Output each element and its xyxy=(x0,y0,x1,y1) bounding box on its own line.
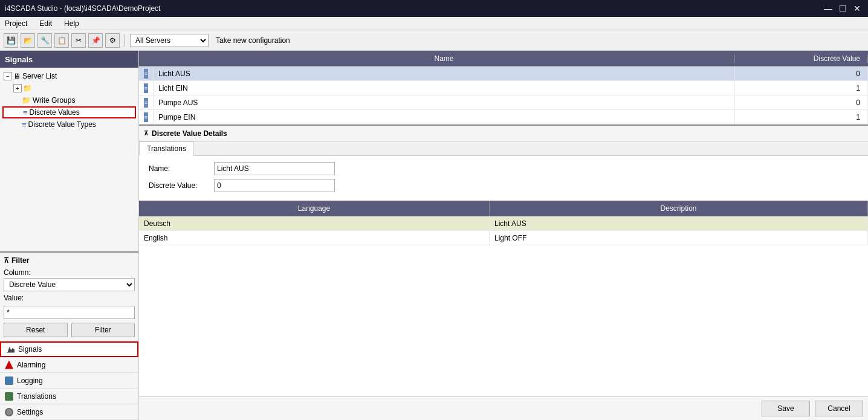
trans-row-1[interactable]: English Light OFF xyxy=(139,231,868,245)
grid-cell-name-2: Pumpe AUS xyxy=(154,95,735,109)
row-icon-0: ≡ xyxy=(144,69,148,79)
log-icon xyxy=(5,376,13,385)
main-content: Name Discrete Value ≡ Licht AUS 0 ≡ Lich… xyxy=(139,51,868,420)
tree-icon-dv-types: ≡ xyxy=(22,120,27,129)
reset-button[interactable]: Reset xyxy=(4,323,68,337)
tree-label-write-groups: Write Groups xyxy=(33,96,75,105)
filter-button[interactable]: Filter xyxy=(71,323,135,337)
toolbar-sep xyxy=(125,34,125,47)
grid-header-value: Discrete Value xyxy=(735,54,868,63)
main-layout: Signals − 🖥 Server List + 📁 📁 Wri xyxy=(0,51,868,420)
cancel-button[interactable]: Cancel xyxy=(815,401,863,416)
window-controls: — ☐ ✕ xyxy=(822,2,863,15)
tree-expander-0[interactable]: − xyxy=(4,72,12,80)
details-title: Discrete Value Details xyxy=(152,129,227,138)
grid-row-0[interactable]: ≡ Licht AUS 0 xyxy=(139,66,868,81)
tree-label: Server List xyxy=(22,72,57,80)
menu-help[interactable]: Help xyxy=(62,18,82,29)
filter-arrow: ⊼ xyxy=(4,256,9,265)
grid-header: Name Discrete Value xyxy=(139,51,868,66)
trans-cell-lang-1: English xyxy=(139,231,490,245)
toolbar-btn-7[interactable]: ⚙ xyxy=(105,33,120,48)
nav-item-translations[interactable]: Translations xyxy=(0,389,138,404)
left-panel: Signals − 🖥 Server List + 📁 📁 Wri xyxy=(0,51,139,420)
toolbar-btn-6[interactable]: 📌 xyxy=(88,33,103,48)
form-row-name: Name: xyxy=(149,162,858,175)
grid-row-2[interactable]: ≡ Pumpe AUS 0 xyxy=(139,95,868,110)
details-header: ⊼ Discrete Value Details xyxy=(139,126,868,141)
tree-item-server-list[interactable]: − 🖥 Server List xyxy=(2,70,136,82)
grid-cell-name-0: Licht AUS xyxy=(154,66,735,80)
discrete-value-input[interactable] xyxy=(214,179,335,192)
row-icon-3: ≡ xyxy=(144,112,148,122)
app-title: i4SCADA Studio - (local)\i4SCADA\DemoPro… xyxy=(5,4,160,13)
row-icon-1: ≡ xyxy=(144,83,148,93)
trans-cell-lang-0: Deutsch xyxy=(139,216,490,230)
grid-cell-icon-3: ≡ xyxy=(139,110,154,124)
server-combo[interactable]: All Servers xyxy=(130,34,209,47)
trans-cell-desc-0: Licht AUS xyxy=(490,216,868,230)
nav-item-alarming[interactable]: Alarming xyxy=(0,357,138,373)
tree-icon-folder2: 📁 xyxy=(22,96,31,105)
grid-cell-value-1: 1 xyxy=(735,81,868,95)
toolbar-btn-2[interactable]: 📂 xyxy=(21,33,35,48)
grid-cell-icon-2: ≡ xyxy=(139,95,154,109)
trans-row-0[interactable]: Deutsch Licht AUS xyxy=(139,216,868,231)
grid-header-name: Name xyxy=(154,54,735,63)
grid-body: ≡ Licht AUS 0 ≡ Licht EIN 1 ≡ Pumpe AUS … xyxy=(139,66,868,124)
column-combo-wrapper: Name Discrete Value xyxy=(4,278,135,291)
tab-translations[interactable]: Translations xyxy=(139,141,194,156)
tree-item-sub[interactable]: + 📁 xyxy=(2,82,136,94)
grid-row-1[interactable]: ≡ Licht EIN 1 xyxy=(139,81,868,95)
maximize-button[interactable]: ☐ xyxy=(837,2,849,15)
tabs-bar: Translations xyxy=(139,141,868,156)
tree-area: − 🖥 Server List + 📁 📁 Write Groups xyxy=(0,68,138,251)
grid-cell-name-1: Licht EIN xyxy=(154,81,735,95)
bottom-bar: Save Cancel xyxy=(139,396,868,420)
toolbar-btn-3[interactable]: 🔧 xyxy=(37,33,52,48)
close-button[interactable]: ✕ xyxy=(851,2,863,15)
tree-expander-1[interactable]: + xyxy=(13,84,22,92)
nav-item-signals[interactable]: Signals xyxy=(0,341,138,357)
title-bar: i4SCADA Studio - (local)\i4SCADA\DemoPro… xyxy=(0,0,868,17)
tree-icon-dv: ≡ xyxy=(23,108,28,117)
column-combo[interactable]: Name Discrete Value xyxy=(4,278,135,291)
nav-item-logging[interactable]: Logging xyxy=(0,373,138,389)
toolbar-btn-5[interactable]: ✂ xyxy=(71,33,86,48)
grid-cell-value-0: 0 xyxy=(735,66,868,80)
tree-item-write-groups[interactable]: 📁 Write Groups xyxy=(2,94,136,106)
nav-label-alarming: Alarming xyxy=(17,361,45,369)
alarm-icon xyxy=(5,361,13,369)
grid-cell-name-3: Pumpe EIN xyxy=(154,110,735,124)
filter-header: ⊼ Filter xyxy=(4,256,135,265)
signals-icon xyxy=(6,345,15,354)
value-input[interactable] xyxy=(4,306,135,319)
grid-cell-value-2: 0 xyxy=(735,95,868,109)
translations-grid: Language Description Deutsch Licht AUS E… xyxy=(139,201,868,245)
details-section: ⊼ Discrete Value Details Translations Na… xyxy=(139,124,868,396)
panel-header: Signals xyxy=(0,51,138,68)
toolbar-btn-1[interactable]: 💾 xyxy=(4,33,18,48)
toolbar: 💾 📂 🔧 📋 ✂ 📌 ⚙ All Servers Take new confi… xyxy=(0,30,868,51)
tree-label-dv-types: Discrete Value Types xyxy=(28,120,96,129)
trans-header-description: Description xyxy=(490,201,868,216)
tree-item-dv-types[interactable]: ≡ Discrete Value Types xyxy=(2,118,136,131)
menu-edit[interactable]: Edit xyxy=(37,18,54,29)
nav-label-translations: Translations xyxy=(17,392,56,401)
settings-icon xyxy=(5,408,13,416)
nav-item-settings[interactable]: Settings xyxy=(0,404,138,420)
trans-cell-desc-1: Light OFF xyxy=(490,231,868,245)
tree-icon-server: 🖥 xyxy=(13,72,21,80)
tree-icon-folder: 📁 xyxy=(23,84,32,92)
filter-buttons: Reset Filter xyxy=(4,323,135,337)
name-input[interactable] xyxy=(214,162,335,175)
minimize-button[interactable]: — xyxy=(822,2,834,15)
details-arrow: ⊼ xyxy=(144,130,148,137)
tree-item-discrete-values[interactable]: ≡ Discrete Values xyxy=(2,106,136,118)
menu-project[interactable]: Project xyxy=(2,18,30,29)
grid-row-3[interactable]: ≡ Pumpe EIN 1 xyxy=(139,110,868,124)
toolbar-btn-4[interactable]: 📋 xyxy=(54,33,69,48)
form-area: Name: Discrete Value: xyxy=(139,156,868,198)
grid-cell-value-3: 1 xyxy=(735,110,868,124)
save-button[interactable]: Save xyxy=(762,401,810,416)
